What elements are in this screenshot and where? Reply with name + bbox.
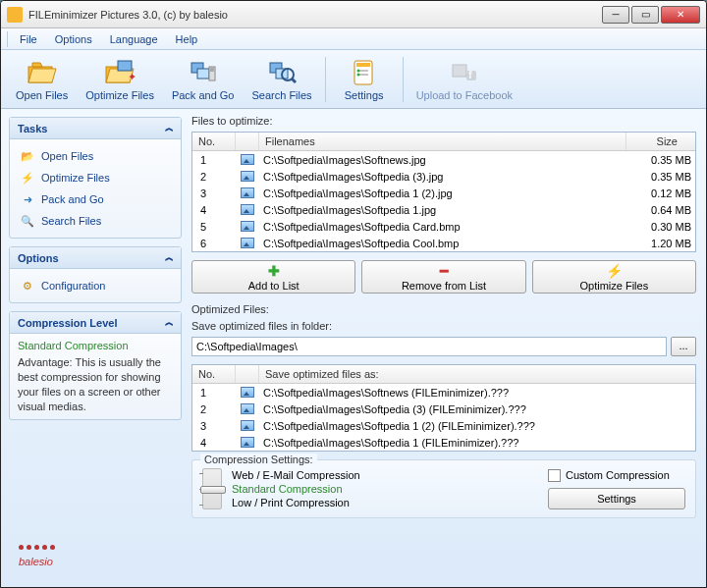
sidebar-task-open[interactable]: 📂Open Files <box>18 145 173 167</box>
compression-advantage: Advantage: This is usually the best comp… <box>18 355 173 413</box>
toolbar-upload-facebook: f Upload to Facebook <box>408 53 521 106</box>
facebook-icon: f <box>449 58 480 87</box>
bolt-icon: ⚡ <box>606 263 623 279</box>
remove-from-list-button[interactable]: ━Remove from List <box>361 260 525 294</box>
toolbar-optimize-files[interactable]: ✦ Optimize Files <box>77 53 163 106</box>
menu-language[interactable]: Language <box>102 31 166 47</box>
magnifier-icon: 🔍 <box>20 213 35 229</box>
toolbar-open-files[interactable]: Open Files <box>7 53 77 106</box>
pack-icon <box>188 58 219 87</box>
files-list-header[interactable]: No. Filenames Size <box>192 133 695 151</box>
col-no[interactable]: No. <box>192 365 236 383</box>
table-row[interactable]: 6C:\Softpedia\Images\Softpedia Cool.bmp1… <box>192 235 695 251</box>
table-row[interactable]: 5C:\Softpedia\Images\Softpedia Card.bmp0… <box>192 218 695 235</box>
image-icon <box>241 154 254 165</box>
image-icon <box>241 238 254 248</box>
slider-thumb[interactable] <box>200 486 226 494</box>
sidebar-configuration[interactable]: ⚙Configuration <box>18 275 173 296</box>
svg-point-20 <box>356 73 359 76</box>
app-window: FILEminimizer Pictures 3.0, (c) by bales… <box>0 0 707 588</box>
menu-options[interactable]: Options <box>47 31 100 47</box>
plus-icon: ✚ <box>268 263 280 279</box>
sidebar-task-pack[interactable]: ➜Pack and Go <box>18 188 173 210</box>
toolbar-search-files[interactable]: Search Files <box>243 53 320 106</box>
add-to-list-button[interactable]: ✚Add to List <box>191 260 355 294</box>
table-row[interactable]: 1C:\Softpedia\Images\Softnews.jpg0.35 MB <box>192 151 695 168</box>
settings-button[interactable]: Settings <box>548 488 685 509</box>
folder-optimize-icon: ✦ <box>104 58 136 87</box>
col-filenames[interactable]: Filenames <box>259 133 626 150</box>
compression-name: Standard Compression <box>18 340 173 351</box>
files-rows[interactable]: 1C:\Softpedia\Images\Softnews.jpg0.35 MB… <box>192 151 695 251</box>
toolbar: Open Files ✦ Optimize Files Pack and Go … <box>1 50 706 109</box>
app-icon <box>7 7 23 23</box>
image-icon <box>241 204 254 215</box>
table-row[interactable]: 2C:\Softpedia\Images\Softpedia (3) (FILE… <box>192 401 695 417</box>
optimized-list-header[interactable]: No. Save optimized files as: <box>192 365 695 384</box>
compression-slider[interactable] <box>202 468 222 509</box>
svg-point-19 <box>356 69 359 72</box>
sidebar-task-search[interactable]: 🔍Search Files <box>18 210 173 232</box>
table-row[interactable]: 3C:\Softpedia\Images\Softpedia 1 (2) (FI… <box>192 417 695 434</box>
custom-compression-checkbox[interactable]: Custom Compression <box>548 469 685 482</box>
bolt-icon: ⚡ <box>20 170 35 186</box>
table-row[interactable]: 2C:\Softpedia\Images\Softpedia (3).jpg0.… <box>192 168 695 185</box>
slider-labels: Web / E-Mail Compression Standard Compre… <box>232 468 360 509</box>
titlebar[interactable]: FILEminimizer Pictures 3.0, (c) by bales… <box>1 1 706 28</box>
svg-rect-16 <box>356 63 370 67</box>
toolbar-pack-and-go[interactable]: Pack and Go <box>163 53 244 106</box>
panel-tasks-header[interactable]: Tasks︽ <box>10 118 181 139</box>
menu-help[interactable]: Help <box>168 31 206 47</box>
menu-file[interactable]: File <box>12 31 45 47</box>
table-row[interactable]: 3C:\Softpedia\Images\Softpedia 1 (2).jpg… <box>192 185 695 201</box>
minus-icon: ━ <box>440 263 448 279</box>
sidebar-task-optimize[interactable]: ⚡Optimize Files <box>18 167 173 188</box>
gear-icon: ⚙ <box>20 278 35 294</box>
close-button[interactable]: ✕ <box>661 6 700 24</box>
panel-compression-header[interactable]: Compression Level︽ <box>10 312 181 334</box>
panel-options-header[interactable]: Options︽ <box>10 247 181 269</box>
panel-options: Options︽ ⚙Configuration <box>9 246 182 303</box>
image-icon <box>241 437 254 448</box>
level-low: Low / Print Compression <box>232 496 360 509</box>
optimize-files-button[interactable]: ⚡Optimize Files <box>532 260 696 294</box>
svg-rect-10 <box>210 68 214 72</box>
settings-icon <box>349 58 380 87</box>
files-to-optimize-label: Files to optimize: <box>191 115 696 127</box>
chevron-up-icon: ︽ <box>165 316 173 329</box>
browse-button[interactable]: ... <box>671 337 696 356</box>
save-folder-input[interactable] <box>191 337 667 356</box>
table-row[interactable]: 1C:\Softpedia\Images\Softnews (FILEminim… <box>192 384 695 401</box>
files-list: No. Filenames Size 1C:\Softpedia\Images\… <box>191 132 696 252</box>
col-save-as[interactable]: Save optimized files as: <box>259 365 695 383</box>
table-row[interactable]: 4C:\Softpedia\Images\Softpedia 1 (FILEmi… <box>192 434 695 451</box>
chevron-up-icon: ︽ <box>165 251 173 264</box>
sidebar: Tasks︽ 📂Open Files ⚡Optimize Files ➜Pack… <box>1 109 190 587</box>
svg-rect-21 <box>453 65 466 77</box>
svg-rect-8 <box>197 69 209 79</box>
image-icon <box>241 387 254 398</box>
optimized-files-label: Optimized Files: <box>191 303 696 315</box>
toolbar-settings[interactable]: Settings <box>330 53 399 106</box>
image-icon <box>241 187 254 198</box>
image-icon <box>241 420 254 431</box>
chevron-up-icon: ︽ <box>165 122 173 134</box>
main-area: Files to optimize: No. Filenames Size 1C… <box>190 109 706 587</box>
maximize-button[interactable]: ▭ <box>631 6 659 24</box>
col-size[interactable]: Size <box>626 133 695 150</box>
level-web: Web / E-Mail Compression <box>232 468 360 482</box>
folder-open-icon <box>27 58 58 87</box>
level-standard: Standard Compression <box>232 482 360 496</box>
svg-line-14 <box>292 79 296 82</box>
svg-marker-2 <box>28 69 56 82</box>
menubar: File Options Language Help <box>1 28 706 50</box>
folder-icon: 📂 <box>20 148 35 164</box>
checkbox-icon[interactable] <box>548 469 561 482</box>
arrow-icon: ➜ <box>20 191 35 207</box>
image-icon <box>241 171 254 182</box>
optimized-rows[interactable]: 1C:\Softpedia\Images\Softnews (FILEminim… <box>192 384 695 451</box>
col-no[interactable]: No. <box>192 133 236 150</box>
optimized-files-list: No. Save optimized files as: 1C:\Softped… <box>191 364 696 452</box>
minimize-button[interactable]: ─ <box>602 6 629 24</box>
table-row[interactable]: 4C:\Softpedia\Images\Softpedia 1.jpg0.64… <box>192 201 695 218</box>
